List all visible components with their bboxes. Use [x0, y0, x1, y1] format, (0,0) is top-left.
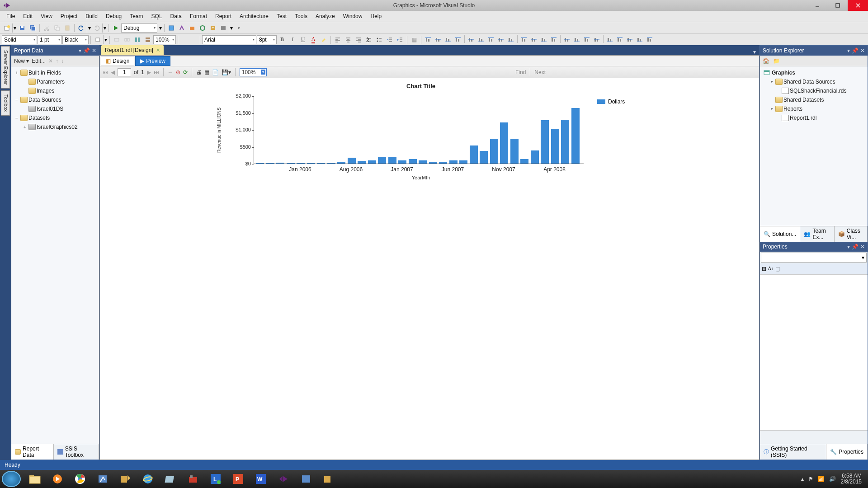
task-icon-4[interactable] — [92, 471, 113, 487]
close-button[interactable] — [848, 0, 868, 11]
layout-align-icon[interactable] — [635, 35, 645, 45]
italic-icon[interactable]: I — [288, 35, 297, 45]
undo-dropdown[interactable]: ▾ — [87, 23, 91, 33]
solution-node[interactable]: SQLShackFinancial.rds — [761, 86, 867, 95]
tab-ssis-toolbox[interactable]: SSIS Toolbox — [54, 444, 99, 460]
home-icon[interactable]: 🏠 — [763, 58, 769, 64]
find-label[interactable]: Find — [515, 69, 526, 75]
doc-tab-close-icon[interactable]: ✕ — [156, 47, 160, 53]
layout-align-icon[interactable] — [625, 35, 635, 45]
task-icon-5[interactable] — [114, 471, 136, 487]
tree-node[interactable]: Israel01DS — [12, 104, 98, 113]
tree-node[interactable]: Parameters — [12, 77, 98, 86]
report-data-tree[interactable]: +Built-in FieldsParametersImages−Data So… — [11, 66, 99, 444]
fill-color-icon[interactable] — [93, 35, 103, 45]
properties-header[interactable]: Properties ▾📌✕ — [760, 242, 868, 252]
indent-icon[interactable] — [395, 35, 405, 45]
solution-node[interactable]: ▾Reports — [761, 104, 867, 113]
export-icon[interactable]: 💾▾ — [222, 69, 231, 75]
tree-node[interactable]: +Built-in Fields — [12, 68, 98, 77]
outdent-icon[interactable] — [385, 35, 395, 45]
layout-align-icon[interactable] — [486, 35, 496, 45]
back-icon[interactable]: ← — [168, 69, 173, 75]
task-icon-7[interactable] — [160, 471, 181, 487]
stop-icon[interactable]: ⊘ — [176, 69, 180, 75]
prop-pages-icon[interactable]: ▢ — [775, 266, 780, 272]
menu-format[interactable]: Format — [186, 12, 211, 20]
layout-icon-2[interactable] — [143, 35, 153, 45]
panel-close-icon[interactable]: ✕ — [92, 47, 96, 54]
menu-debug[interactable]: Debug — [102, 12, 125, 20]
layout-align-icon[interactable] — [529, 35, 539, 45]
next-label[interactable]: Next — [534, 69, 546, 75]
redo-dropdown[interactable]: ▾ — [102, 23, 107, 33]
action-center-icon[interactable]: ⚑ — [808, 476, 813, 482]
solution-node[interactable]: Shared Datasets — [761, 95, 867, 104]
tab-report-data[interactable]: Report Data — [11, 444, 54, 460]
border-icon[interactable]: ▦ — [409, 35, 419, 45]
next-page-icon[interactable]: ▶ — [147, 69, 151, 75]
network-icon[interactable]: 📶 — [818, 476, 825, 482]
up-icon[interactable]: ↑ — [56, 58, 58, 64]
task-icon-8[interactable] — [182, 471, 204, 487]
layout-align-icon[interactable] — [572, 35, 582, 45]
report-data-header[interactable]: Report Data ▾📌✕ — [11, 46, 99, 56]
panel-dropdown-icon[interactable]: ▾ — [847, 244, 850, 250]
powerpoint-icon[interactable]: P — [227, 471, 249, 487]
properties-grid[interactable] — [760, 274, 868, 431]
layout-toggle-icon[interactable]: ▦ — [204, 69, 209, 75]
menu-analyze[interactable]: Analyze — [312, 12, 339, 20]
layout-align-icon[interactable] — [592, 35, 602, 45]
viewer-zoom-combo[interactable]: 100% — [240, 68, 267, 76]
menu-architecture[interactable]: Architecture — [236, 12, 272, 20]
font-color-icon[interactable]: A — [308, 35, 318, 45]
pin-icon[interactable]: 📌 — [852, 47, 859, 54]
tree-node[interactable]: +IsraelGraphics02 — [12, 122, 98, 131]
ssis-icon-3[interactable] — [187, 23, 197, 33]
solution-node[interactable]: Report1.rdl — [761, 113, 867, 122]
delete-icon[interactable]: ✕ — [48, 58, 53, 64]
prev-page-icon[interactable]: ◀ — [111, 69, 115, 75]
menu-report[interactable]: Report — [212, 12, 235, 20]
volume-icon[interactable]: 🔊 — [829, 476, 836, 482]
pin-icon[interactable]: 📌 — [852, 244, 859, 250]
down-icon[interactable]: ↓ — [61, 58, 64, 64]
layout-align-icon[interactable] — [466, 35, 476, 45]
report-preview-surface[interactable]: Chart Title Revenue in MILLIONS $0$500$1… — [100, 78, 759, 460]
highlight-icon[interactable] — [319, 35, 329, 45]
clock[interactable]: 6:58 AM 2/8/2015 — [840, 473, 862, 485]
paste-icon[interactable] — [62, 23, 72, 33]
pin-icon[interactable]: 📌 — [83, 47, 90, 54]
underline-icon[interactable]: U — [298, 35, 308, 45]
menu-data[interactable]: Data — [167, 12, 185, 20]
menu-project[interactable]: Project — [57, 12, 81, 20]
layout-align-icon[interactable] — [645, 35, 655, 45]
solution-explorer-header[interactable]: Solution Explorer ▾📌✕ — [760, 46, 868, 56]
tab-class-view[interactable]: 📦Class Vi... — [835, 226, 868, 242]
merge-icon-1[interactable] — [112, 35, 122, 45]
solution-tree[interactable]: Graphics ▾Shared Data SourcesSQLShackFin… — [760, 66, 868, 226]
tray-up-icon[interactable]: ▴ — [801, 476, 804, 482]
line-width-combo[interactable]: 1 pt — [38, 35, 62, 44]
ssis-icon-5[interactable] — [208, 23, 218, 33]
numbered-list-icon[interactable]: 12 — [364, 35, 374, 45]
solution-root[interactable]: Graphics — [761, 68, 867, 77]
line-style-combo[interactable]: Solid — [2, 35, 37, 44]
panel-dropdown-icon[interactable]: ▾ — [847, 47, 850, 54]
layout-align-icon[interactable] — [476, 35, 486, 45]
ssis-icon-1[interactable] — [166, 23, 176, 33]
layout-align-icon[interactable] — [539, 35, 549, 45]
lync-icon[interactable]: L — [205, 471, 226, 487]
layout-align-icon[interactable] — [519, 35, 529, 45]
categorized-icon[interactable]: ⊞ — [762, 266, 766, 272]
panel-close-icon[interactable]: ✕ — [860, 244, 865, 250]
layout-align-icon[interactable] — [615, 35, 625, 45]
align-right-icon[interactable] — [354, 35, 363, 45]
solution-node[interactable]: ▾Shared Data Sources — [761, 77, 867, 86]
bullet-list-icon[interactable] — [374, 35, 384, 45]
ie-icon[interactable] — [137, 471, 159, 487]
menu-sql[interactable]: SQL — [148, 12, 166, 20]
tab-properties[interactable]: 🔧Properties — [826, 444, 868, 460]
save-all-icon[interactable] — [28, 23, 38, 33]
tree-node[interactable]: −Data Sources — [12, 95, 98, 104]
